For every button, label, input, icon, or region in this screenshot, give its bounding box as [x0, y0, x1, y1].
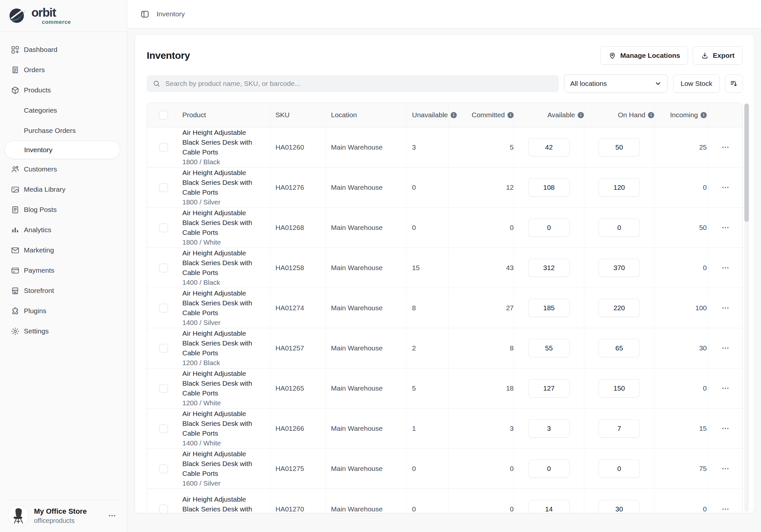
info-icon[interactable]: i: [507, 112, 514, 118]
location-filter-select[interactable]: All locations: [564, 75, 668, 93]
row-actions-button[interactable]: [720, 302, 731, 313]
product-variant: 1400 / White: [182, 438, 252, 448]
product-variant: 1400 / Black: [182, 278, 252, 288]
low-stock-filter-button[interactable]: Low Stock: [673, 75, 720, 93]
sidebar-subitem-purchase-orders[interactable]: Purchase Orders: [0, 121, 127, 141]
map-pin-icon: [609, 52, 616, 59]
manage-locations-button[interactable]: Manage Locations: [600, 46, 688, 65]
sidebar-item-label: Payments: [24, 266, 54, 274]
info-icon[interactable]: i: [578, 112, 584, 118]
on-hand-quantity-input[interactable]: 220: [599, 299, 640, 317]
sidebar-subitem-categories[interactable]: Categories: [0, 100, 127, 121]
table-scrollbar-thumb[interactable]: [744, 104, 749, 222]
brand-name: orbit: [31, 7, 71, 19]
table-scrollbar-track[interactable]: [744, 104, 749, 512]
sidebar-item-label: Analytics: [24, 226, 51, 234]
row-checkbox[interactable]: [159, 384, 168, 393]
sidebar-item-settings[interactable]: Settings: [0, 321, 127, 341]
sidebar-item-payments[interactable]: Payments: [0, 260, 127, 281]
sidebar-item-dashboard[interactable]: Dashboard: [0, 39, 127, 60]
incoming-value: 15: [654, 408, 708, 449]
available-quantity-input[interactable]: 0: [528, 459, 569, 478]
available-quantity-input[interactable]: 42: [528, 138, 569, 156]
sidebar-item-storefront[interactable]: Storefront: [0, 281, 127, 301]
info-icon[interactable]: i: [701, 112, 707, 118]
product-name: Air Height AdjustableBlack Series Desk w…: [182, 289, 252, 318]
row-actions-button[interactable]: [720, 262, 731, 273]
row-checkbox[interactable]: [159, 304, 168, 312]
header-unavailable: Unavailable: [412, 111, 448, 119]
available-quantity-input[interactable]: 55: [528, 339, 569, 357]
row-actions-button[interactable]: [720, 504, 731, 514]
location-value: Main Warehouse: [326, 368, 406, 408]
row-checkbox[interactable]: [159, 223, 168, 232]
available-quantity-input[interactable]: 185: [528, 299, 569, 317]
sidebar-item-blog-posts[interactable]: Blog Posts: [0, 199, 127, 220]
sidebar-item-analytics[interactable]: Analytics: [0, 220, 127, 240]
sort-button[interactable]: [725, 75, 743, 93]
incoming-value: 0: [654, 368, 708, 408]
brand-logo[interactable]: orbit commerce: [0, 0, 127, 32]
orders-icon: [11, 66, 20, 75]
search-input[interactable]: [165, 80, 553, 88]
available-quantity-input[interactable]: 312: [528, 259, 569, 277]
row-actions-button[interactable]: [720, 142, 731, 153]
select-all-checkbox[interactable]: [159, 111, 168, 120]
on-hand-quantity-input[interactable]: 370: [599, 259, 640, 277]
sku-value: HA01268: [270, 208, 326, 247]
store-avatar[interactable]: [8, 505, 29, 526]
row-actions-button[interactable]: [720, 343, 731, 354]
product-name: Air Height AdjustableBlack Series Desk w…: [182, 495, 252, 514]
sku-value: HA01265: [270, 368, 326, 408]
table-row: Air Height AdjustableBlack Series Desk w…: [147, 368, 742, 408]
incoming-value: 25: [654, 127, 708, 167]
row-actions-button[interactable]: [720, 222, 731, 233]
info-icon[interactable]: i: [648, 112, 654, 118]
available-quantity-input[interactable]: 0: [528, 219, 569, 237]
available-quantity-input[interactable]: 108: [528, 178, 569, 197]
on-hand-quantity-input[interactable]: 30: [599, 500, 640, 514]
export-button[interactable]: Export: [693, 46, 743, 65]
page-title: Inventory: [147, 50, 190, 61]
media-library-icon: [11, 185, 20, 194]
location-value: Main Warehouse: [326, 408, 406, 449]
topbar: Inventory: [127, 0, 761, 28]
row-actions-button[interactable]: [720, 463, 731, 474]
sidebar-item-orders[interactable]: Orders: [0, 60, 127, 80]
sidebar-item-customers[interactable]: Customers: [0, 159, 127, 179]
on-hand-quantity-input[interactable]: 65: [599, 339, 640, 357]
on-hand-quantity-input[interactable]: 120: [599, 178, 640, 197]
available-quantity-input[interactable]: 3: [528, 419, 569, 438]
row-checkbox[interactable]: [159, 183, 168, 192]
breadcrumb: Inventory: [156, 10, 185, 18]
orbit-logo-icon: [8, 6, 28, 26]
on-hand-quantity-input[interactable]: 50: [599, 138, 640, 156]
sidebar-item-media-library[interactable]: Media Library: [0, 179, 127, 199]
row-checkbox[interactable]: [159, 344, 168, 353]
store-name: My Office Store: [34, 507, 101, 516]
sidebar-subitem-inventory[interactable]: Inventory: [5, 141, 120, 159]
sidebar-toggle-icon[interactable]: [141, 10, 149, 19]
sidebar-item-products[interactable]: Products: [0, 80, 127, 100]
unavailable-value: 8: [406, 288, 448, 328]
on-hand-quantity-input[interactable]: 0: [599, 219, 640, 237]
on-hand-quantity-input[interactable]: 150: [599, 379, 640, 398]
sidebar-item-plugins[interactable]: Plugins: [0, 301, 127, 321]
available-quantity-input[interactable]: 14: [528, 500, 569, 514]
on-hand-quantity-input[interactable]: 7: [599, 419, 640, 438]
inventory-table: Product SKU Location Unavailable i Commi…: [147, 103, 743, 513]
sidebar-item-marketing[interactable]: Marketing: [0, 240, 127, 260]
row-actions-button[interactable]: [720, 182, 731, 193]
row-checkbox[interactable]: [159, 143, 168, 152]
sku-value: HA01257: [270, 328, 326, 368]
row-checkbox[interactable]: [159, 464, 168, 473]
row-checkbox[interactable]: [159, 505, 168, 513]
row-checkbox[interactable]: [159, 424, 168, 433]
account-menu-button[interactable]: [106, 509, 118, 522]
available-quantity-input[interactable]: 127: [528, 379, 569, 398]
unavailable-value: 3: [406, 127, 448, 167]
on-hand-quantity-input[interactable]: 0: [599, 459, 640, 478]
row-actions-button[interactable]: [720, 423, 731, 434]
row-checkbox[interactable]: [159, 264, 168, 272]
row-actions-button[interactable]: [720, 383, 731, 394]
